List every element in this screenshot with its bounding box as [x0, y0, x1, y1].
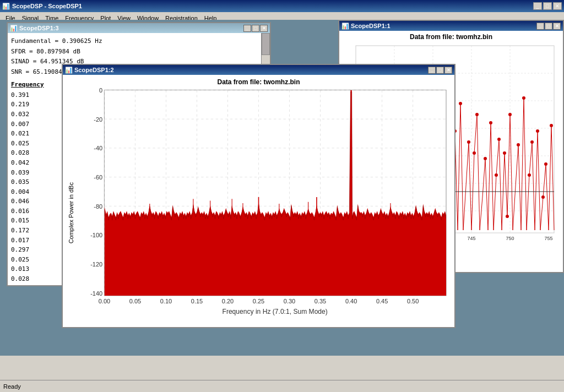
svg-point-42	[550, 124, 553, 127]
mdi-area: 📊 ScopeDSP1:1 _ □ ✕ Data from file: twom…	[0, 20, 564, 356]
svg-point-29	[489, 121, 492, 124]
svg-point-36	[522, 96, 525, 100]
svg-point-25	[467, 140, 470, 144]
svg-text:0.40: 0.40	[345, 298, 357, 304]
svg-point-40	[541, 195, 545, 199]
svg-text:0.20: 0.20	[222, 298, 234, 304]
svg-point-28	[484, 157, 487, 160]
svg-text:0.00: 0.00	[99, 298, 110, 304]
svg-text:0.25: 0.25	[253, 298, 264, 304]
svg-text:745: 745	[467, 236, 475, 241]
win-right-controls: _ □ ✕	[536, 23, 561, 30]
svg-text:0.10: 0.10	[160, 298, 172, 304]
svg-text:0.30: 0.30	[284, 298, 295, 304]
app-title-bar: 📊 ScopeDSP - ScopeDSP1 _ □ ✕	[0, 0, 564, 12]
svg-text:-40: -40	[94, 145, 102, 151]
win-right-close[interactable]: ✕	[553, 23, 561, 30]
svg-text:-60: -60	[94, 174, 102, 181]
svg-point-30	[495, 173, 498, 177]
svg-text:0.50: 0.50	[407, 298, 419, 304]
svg-point-24	[459, 102, 462, 105]
win-main-minimize[interactable]: _	[428, 67, 436, 74]
spectrum-chart: 0 -20 -40 -60 -80 -100 -120 -140 0.00 0.…	[77, 87, 452, 323]
app-maximize-button[interactable]: □	[543, 2, 552, 10]
svg-text:0.05: 0.05	[129, 298, 141, 304]
win-right-icon: 📊	[341, 23, 349, 30]
svg-text:-80: -80	[94, 203, 102, 210]
win-main-title-bar[interactable]: 📊 ScopeDSP1:2 _ □ ✕	[63, 65, 454, 75]
stat-fundamental: Fundamental = 0.390625 Hz	[11, 36, 258, 47]
win-right-plot-title: Data from file: twomhz.bin	[339, 31, 563, 43]
win-main-content: Data from file: twomhz.bin Complex Power…	[63, 75, 454, 327]
svg-point-41	[544, 162, 547, 166]
window-main: 📊 ScopeDSP1:2 _ □ ✕ Data from file: twom…	[62, 64, 455, 328]
win-left-maximize[interactable]: □	[252, 25, 259, 32]
svg-text:Frequency in Hz (7.0:1, Sum Mo: Frequency in Hz (7.0:1, Sum Mode)	[223, 308, 328, 315]
win-main-title: ScopeDSP1:2	[74, 67, 114, 73]
win-left-minimize[interactable]: _	[243, 25, 251, 32]
svg-point-27	[475, 113, 479, 116]
stat-sfdr: SFDR = 80.897984 dB	[11, 47, 258, 57]
scrollbar-thumb[interactable]	[262, 33, 270, 55]
svg-text:755: 755	[544, 236, 552, 241]
win-main-close[interactable]: ✕	[444, 67, 452, 74]
win-right-maximize[interactable]: □	[545, 23, 552, 30]
win-right-title: ScopeDSP1:1	[351, 23, 391, 29]
win-left-icon: 📊	[10, 25, 18, 32]
svg-text:-140: -140	[90, 290, 102, 297]
app-window-controls: _ □ ✕	[533, 2, 562, 10]
win-right-minimize[interactable]: _	[536, 23, 544, 30]
win-left-title: ScopeDSP1:3	[19, 25, 59, 31]
main-plot-title: Data from file: twomhz.bin	[65, 78, 452, 86]
win-main-controls: _ □ ✕	[428, 67, 452, 74]
svg-text:0.15: 0.15	[191, 298, 203, 304]
svg-point-38	[530, 140, 534, 144]
status-bar: Ready	[0, 380, 564, 392]
svg-point-26	[473, 151, 476, 155]
status-text: Ready	[3, 383, 21, 390]
svg-point-31	[497, 138, 501, 141]
svg-text:0.45: 0.45	[376, 298, 388, 304]
svg-text:750: 750	[506, 236, 514, 241]
win-left-controls: _ □ ✕	[243, 25, 268, 32]
svg-point-33	[506, 215, 509, 218]
app-close-button[interactable]: ✕	[553, 2, 562, 10]
svg-text:-20: -20	[94, 116, 102, 123]
win-main-icon: 📊	[65, 67, 73, 74]
svg-text:0.35: 0.35	[314, 298, 326, 304]
app-minimize-button[interactable]: _	[533, 2, 542, 10]
svg-point-37	[528, 173, 531, 177]
win-left-close[interactable]: ✕	[260, 25, 268, 32]
app-title-text: 📊 ScopeDSP - ScopeDSP1	[2, 3, 82, 10]
svg-text:-120: -120	[90, 261, 102, 268]
svg-point-39	[536, 129, 539, 133]
svg-text:-100: -100	[90, 232, 102, 238]
y-axis-label: Complex Power in dBc	[65, 87, 77, 339]
win-left-title-bar[interactable]: 📊 ScopeDSP1:3 _ □ ✕	[8, 23, 270, 33]
svg-point-34	[508, 113, 512, 116]
svg-point-32	[503, 151, 506, 155]
win-right-title-bar[interactable]: 📊 ScopeDSP1:1 _ □ ✕	[339, 21, 563, 31]
app-icon: 📊	[2, 3, 10, 10]
svg-point-35	[517, 143, 520, 146]
app-title-label: ScopeDSP - ScopeDSP1	[12, 3, 82, 9]
win-main-maximize[interactable]: □	[436, 67, 444, 74]
svg-text:0: 0	[99, 87, 102, 94]
